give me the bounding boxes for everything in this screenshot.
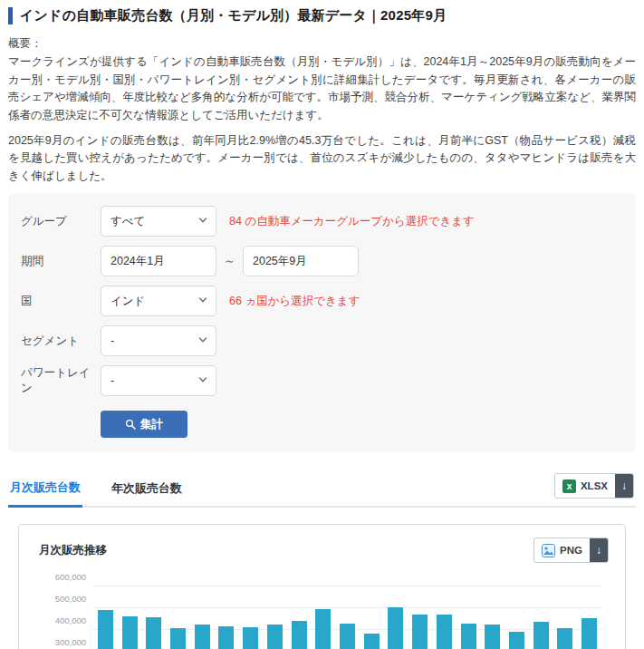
page: インドの自動車販売台数（月別・モデル別）最新データ｜2025年9月 概要： マー… <box>0 0 644 649</box>
powertrain-select[interactable]: - <box>101 365 216 396</box>
bar-aug-2025[interactable] <box>557 628 572 649</box>
form-row-powertrain: パワートレイン - <box>21 365 623 396</box>
period-separator: ～ <box>224 253 235 269</box>
y-axis-tick-label: 400,000 <box>55 615 86 625</box>
segment-label: セグメント <box>21 334 101 349</box>
chevron-down-icon <box>198 295 207 305</box>
gridline <box>93 607 601 608</box>
form-row-segment: セグメント - <box>21 325 623 356</box>
bar-nov-2024[interactable] <box>340 624 355 649</box>
title-accent-bar <box>8 7 13 24</box>
search-icon <box>125 419 136 430</box>
group-select[interactable]: すべて <box>101 206 216 237</box>
bar-jun-2024[interactable] <box>218 626 234 649</box>
bar-aug-2024[interactable] <box>267 625 283 649</box>
bar-mar-2024[interactable] <box>146 617 161 649</box>
segment-select[interactable]: - <box>101 325 216 356</box>
overview-paragraph-2: 2025年9月のインドの販売台数は、前年同月比2.9%増の45.3万台でした。こ… <box>8 132 636 185</box>
plot-area: 0100,000200,000300,000400,000500,000600,… <box>93 586 601 649</box>
submit-row: 集計 <box>21 411 623 438</box>
bar-jan-2025[interactable] <box>388 607 403 649</box>
bar-sep-2025[interactable] <box>582 618 597 649</box>
bar-feb-2024[interactable] <box>122 616 138 649</box>
page-header: インドの自動車販売台数（月別・モデル別）最新データ｜2025年9月 <box>8 7 636 24</box>
png-button-label: PNG <box>560 545 582 556</box>
form-row-country: 国 インド 66 ヵ国から選択できます <box>21 286 623 316</box>
bar-jun-2025[interactable] <box>509 632 524 649</box>
group-note: 84 の自動車メーカーグループから選択できます <box>229 214 475 229</box>
segment-select-value: - <box>111 334 114 347</box>
tab-monthly-sales[interactable]: 月次販売台数 <box>8 472 82 508</box>
bar-dec-2024[interactable] <box>364 634 380 649</box>
aggregate-button-label: 集計 <box>140 417 163 432</box>
form-row-period: 期間 ～ <box>21 246 623 276</box>
bar-jan-2024[interactable] <box>98 610 113 649</box>
period-to-input[interactable] <box>243 246 359 276</box>
bar-feb-2025[interactable] <box>412 615 428 649</box>
y-axis-tick-label: 500,000 <box>55 594 86 604</box>
xlsx-button-label: XLSX <box>581 480 608 491</box>
chart-header: 月次販売推移 PNG ↓ <box>35 538 609 563</box>
form-row-group: グループ すべて 84 の自動車メーカーグループから選択できます <box>21 206 623 237</box>
page-title: インドの自動車販売台数（月別・モデル別）最新データ｜2025年9月 <box>20 7 447 24</box>
chevron-down-icon <box>198 375 207 384</box>
bar-may-2024[interactable] <box>195 625 210 649</box>
bar-sep-2024[interactable] <box>292 621 307 649</box>
period-label: 期間 <box>21 254 101 269</box>
tab-yearly-sales[interactable]: 年次販売台数 <box>110 473 184 506</box>
xlsx-button-body: x XLSX <box>555 474 615 498</box>
filter-panel: グループ すべて 84 の自動車メーカーグループから選択できます 期間 ～ 国 … <box>8 193 636 452</box>
group-select-value: すべて <box>111 214 145 229</box>
overview-section: 概要： マークラインズが提供する「インドの自動車販売台数（月別・モデル別）」は、… <box>8 35 636 185</box>
country-select[interactable]: インド <box>101 286 216 316</box>
country-note: 66 ヵ国から選択できます <box>229 294 360 309</box>
overview-paragraph-1: マークラインズが提供する「インドの自動車販売台数（月別・モデル別）」は、2024… <box>8 53 636 124</box>
image-file-icon <box>542 544 555 557</box>
powertrain-label: パワートレイン <box>21 365 101 396</box>
country-select-value: インド <box>111 294 145 309</box>
xlsx-download-button[interactable]: x XLSX ↓ <box>554 473 634 499</box>
download-arrow-icon: ↓ <box>590 538 608 562</box>
excel-file-icon: x <box>562 479 576 493</box>
png-download-button[interactable]: PNG ↓ <box>533 538 609 563</box>
tab-bar: 月次販売台数 年次販売台数 x XLSX ↓ <box>8 472 636 508</box>
monthly-sales-chart-card: 月次販売推移 PNG ↓ 0100,000200,000300,000400,0… <box>18 524 626 649</box>
chart-title: 月次販売推移 <box>35 543 107 558</box>
bar-mar-2025[interactable] <box>437 615 452 649</box>
group-label: グループ <box>21 214 101 229</box>
overview-label: 概要： <box>8 35 636 53</box>
period-from-input[interactable] <box>101 246 216 276</box>
chevron-down-icon <box>198 216 207 225</box>
aggregate-button[interactable]: 集計 <box>101 411 187 438</box>
bar-apr-2024[interactable] <box>170 628 186 649</box>
chevron-down-icon <box>198 335 207 344</box>
bar-oct-2024[interactable] <box>315 609 331 649</box>
bar-jul-2024[interactable] <box>243 627 258 649</box>
y-axis-tick-label: 600,000 <box>55 572 86 582</box>
png-button-body: PNG <box>534 538 590 562</box>
y-axis-tick-label: 300,000 <box>55 637 86 647</box>
bar-apr-2025[interactable] <box>461 624 476 649</box>
download-arrow-icon: ↓ <box>615 474 633 498</box>
bar-may-2025[interactable] <box>485 625 500 649</box>
country-label: 国 <box>21 294 101 309</box>
powertrain-select-value: - <box>111 374 114 387</box>
bar-jul-2025[interactable] <box>533 622 549 649</box>
gridline <box>93 586 601 586</box>
